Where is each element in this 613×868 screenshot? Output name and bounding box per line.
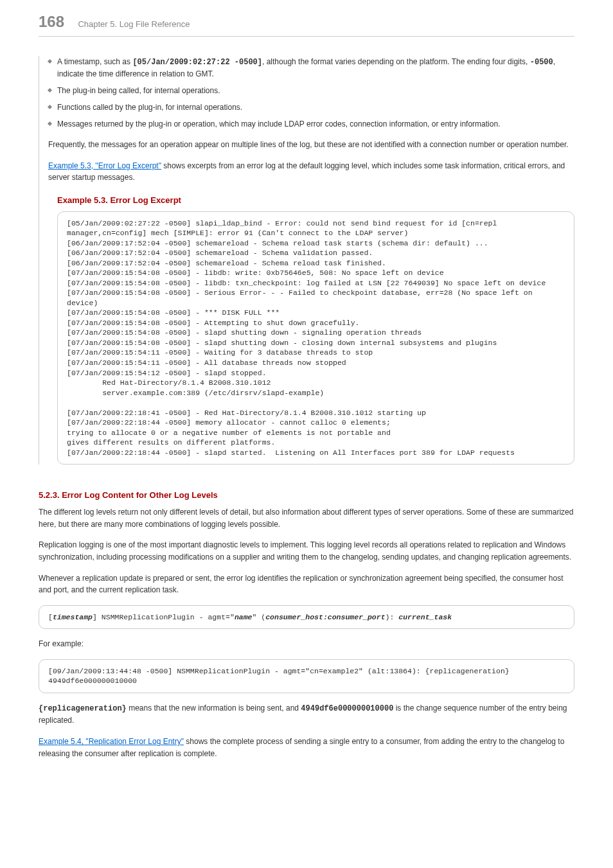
code-text: [ (48, 613, 53, 621)
code-text: " ( (252, 613, 265, 621)
example-link[interactable]: Example 5.3, "Error Log Excerpt" (48, 161, 161, 170)
page-number: 168 (39, 13, 64, 31)
inline-code: [05/Jan/2009:02:27:22 -0500] (132, 58, 262, 67)
inline-code: -0500 (530, 58, 553, 67)
bullet-text: The plug-in being called, for internal o… (57, 86, 220, 95)
code-block-error-log: [05/Jan/2009:02:27:22 -0500] slapi_ldap_… (57, 211, 574, 465)
paragraph: The different log levels return not only… (39, 506, 574, 530)
section-heading: 5.2.3. Error Log Content for Other Log L… (39, 490, 574, 500)
code-text: ] NSMMReplicationPlugin - agmt=" (93, 613, 235, 621)
bullet-text: Functions called by the plug-in, for int… (57, 103, 242, 112)
paragraph: Replication logging is one of the most i… (39, 539, 574, 563)
bullet-text: Messages returned by the plug-in or oper… (57, 120, 500, 128)
paragraph: Frequently, the messages for an operatio… (48, 139, 574, 151)
inline-code: {replicageneration} (39, 704, 127, 713)
page-header: 168 Chapter 5. Log File Reference (39, 13, 574, 37)
bullet-text: , although the format varies depending o… (262, 57, 530, 66)
code-placeholder: current_task (398, 613, 452, 621)
chapter-title: Chapter 5. Log File Reference (78, 19, 190, 29)
paragraph-text: means that the new information is being … (127, 704, 301, 713)
code-placeholder: timestamp (53, 613, 93, 621)
bullet-item: A timestamp, such as [05/Jan/2009:02:27:… (48, 56, 574, 80)
code-text: ): (386, 613, 399, 621)
code-block-example: [09/Jan/2009:13:44:48 -0500] NSMMReplica… (39, 659, 574, 693)
bullet-item: Functions called by the plug-in, for int… (48, 102, 574, 113)
code-placeholder: consumer_host:consumer_port (265, 613, 385, 621)
paragraph: Whenever a replication update is prepare… (39, 572, 574, 596)
paragraph: {replicageneration} means that the new i… (39, 702, 574, 727)
code-block-template: [timestamp] NSMMReplicationPlugin - agmt… (39, 605, 574, 630)
bullet-item: The plug-in being called, for internal o… (48, 85, 574, 96)
code-placeholder: name (235, 613, 253, 621)
inline-code: 4949df6e000000010000 (301, 704, 393, 713)
example-title: Example 5.3. Error Log Excerpt (57, 195, 574, 205)
paragraph: Example 5.3, "Error Log Excerpt" shows e… (48, 160, 574, 184)
example-link[interactable]: Example 5.4, "Replication Error Log Entr… (39, 737, 184, 746)
bullet-text: A timestamp, such as (57, 57, 132, 66)
intro-block: A timestamp, such as [05/Jan/2009:02:27:… (39, 56, 574, 465)
bullet-list: A timestamp, such as [05/Jan/2009:02:27:… (48, 56, 574, 130)
paragraph: For example: (39, 638, 574, 650)
paragraph: Example 5.4, "Replication Error Log Entr… (39, 736, 574, 759)
bullet-item: Messages returned by the plug-in or oper… (48, 118, 574, 130)
